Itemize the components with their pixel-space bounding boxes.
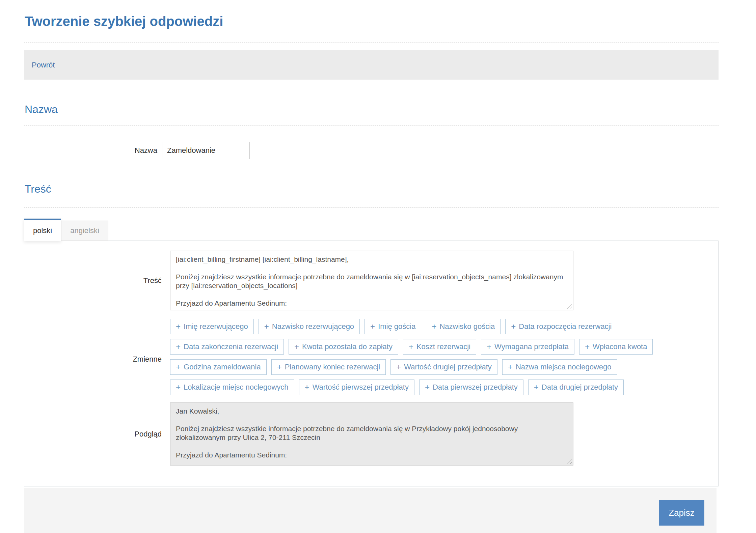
- variable-button[interactable]: +Koszt rezerwacji: [403, 339, 476, 355]
- variable-button-row: +Godzina zameldowania+Planowany koniec r…: [170, 359, 657, 380]
- plus-icon: +: [425, 383, 430, 391]
- content-section-separator: [24, 207, 719, 208]
- variable-button-label: Kwota pozostała do zapłaty: [302, 342, 393, 351]
- variable-button-label: Wartość pierwszej przedpłaty: [313, 383, 409, 392]
- name-section-separator: [24, 125, 719, 126]
- plus-icon: +: [176, 363, 181, 371]
- variable-button-label: Wymagana przedpłata: [494, 342, 569, 351]
- plus-icon: +: [176, 383, 181, 391]
- preview-form-row: Podgląd Jan Kowalski, Poniżej znajdziesz…: [24, 402, 718, 466]
- plus-icon: +: [511, 322, 516, 331]
- variable-button-label: Data pierwszej przedpłaty: [433, 383, 518, 392]
- variable-button[interactable]: +Wartość drugiej przedpłaty: [390, 359, 497, 375]
- content-field-label: Treść: [24, 276, 170, 285]
- footer-action-bar: Zapisz: [24, 488, 717, 533]
- variable-button[interactable]: +Wymagana przedpłata: [481, 339, 574, 355]
- plus-icon: +: [264, 322, 269, 331]
- variables-label: Zmienne: [24, 355, 170, 364]
- variable-button[interactable]: +Data pierwszej przedpłaty: [419, 380, 523, 395]
- variable-button[interactable]: +Lokalizacje miejsc noclegowych: [170, 380, 294, 395]
- plus-icon: +: [305, 383, 309, 391]
- variable-button-label: Imię gościa: [378, 322, 415, 331]
- back-link[interactable]: Powrót: [32, 61, 55, 69]
- variable-button-label: Wpłacona kwota: [593, 342, 647, 351]
- variable-buttons: +Imię rezerwującego+Nazwisko rezerwujące…: [170, 319, 657, 400]
- variable-button-label: Nazwisko rezerwującego: [272, 322, 354, 331]
- variable-button[interactable]: +Data zakończenia rezerwacji: [170, 339, 284, 355]
- variable-button-label: Koszt rezerwacji: [416, 342, 470, 351]
- plus-icon: +: [534, 383, 539, 391]
- variable-button[interactable]: +Planowany koniec rezerwacji: [271, 359, 386, 375]
- variable-button-label: Imię rezerwującego: [184, 322, 248, 331]
- variable-button[interactable]: +Data drugiej przedpłaty: [528, 380, 624, 395]
- plus-icon: +: [585, 343, 590, 351]
- variable-button[interactable]: +Wartość pierwszej przedpłaty: [299, 380, 414, 395]
- variable-button[interactable]: +Kwota pozostała do zapłaty: [289, 339, 398, 355]
- content-textarea-wrap: [iai:client_billing_firstname] [iai:clie…: [170, 251, 573, 310]
- variable-button[interactable]: +Imię gościa: [364, 319, 421, 334]
- plus-icon: +: [487, 343, 491, 351]
- variable-button-label: Godzina zameldowania: [184, 363, 261, 371]
- plus-icon: +: [277, 363, 282, 371]
- name-form-row: Nazwa: [24, 142, 719, 159]
- tab-polski[interactable]: polski: [24, 219, 61, 241]
- variable-button-label: Data drugiej przedpłaty: [542, 383, 618, 392]
- plus-icon: +: [396, 363, 401, 371]
- preview-textarea-wrap: Jan Kowalski, Poniżej znajdziesz wszystk…: [170, 402, 573, 466]
- tab-angielski[interactable]: angielski: [61, 221, 108, 241]
- variable-button-row: +Data zakończenia rezerwacji+Kwota pozos…: [170, 339, 657, 359]
- save-button[interactable]: Zapisz: [659, 500, 704, 526]
- variable-button-label: Data zakończenia rezerwacji: [184, 342, 278, 351]
- plus-icon: +: [409, 343, 413, 351]
- plus-icon: +: [176, 343, 181, 351]
- title-separator: [24, 43, 719, 43]
- name-input[interactable]: [162, 142, 250, 159]
- back-toolbar: Powrót: [24, 50, 719, 80]
- plus-icon: +: [370, 322, 375, 331]
- variable-button-label: Nazwisko gościa: [439, 322, 495, 331]
- variables-form-row: Zmienne +Imię rezerwującego+Nazwisko rez…: [24, 319, 718, 400]
- variable-button-label: Lokalizacje miejsc noclegowych: [184, 383, 289, 392]
- plus-icon: +: [294, 343, 299, 351]
- language-tabs: polskiangielski: [24, 219, 719, 241]
- preview-label: Podgląd: [24, 430, 170, 439]
- variable-button[interactable]: +Wpłacona kwota: [579, 339, 653, 355]
- content-section-header: Treść: [25, 182, 719, 196]
- variable-button-label: Data rozpoczęcia rezerwacji: [519, 322, 612, 331]
- plus-icon: +: [432, 322, 436, 331]
- content-tab-panel: Treść [iai:client_billing_firstname] [ia…: [24, 241, 719, 486]
- name-field-label: Nazwa: [24, 146, 162, 155]
- variable-button[interactable]: +Nazwa miejsca noclegowego: [502, 359, 617, 375]
- page-title: Tworzenie szybkiej odpowiedzi: [25, 13, 719, 30]
- variable-button-label: Planowany koniec rezerwacji: [285, 363, 380, 371]
- preview-textarea: Jan Kowalski, Poniżej znajdziesz wszystk…: [170, 402, 573, 466]
- variable-button[interactable]: +Nazwisko gościa: [426, 319, 501, 334]
- variable-button[interactable]: +Nazwisko rezerwującego: [259, 319, 360, 334]
- plus-icon: +: [176, 322, 181, 331]
- content-form-row: Treść [iai:client_billing_firstname] [ia…: [24, 251, 718, 310]
- variable-button-row: +Lokalizacje miejsc noclegowych+Wartość …: [170, 380, 657, 400]
- name-section-header: Nazwa: [25, 103, 719, 116]
- variable-button[interactable]: +Imię rezerwującego: [170, 319, 254, 334]
- content-textarea[interactable]: [iai:client_billing_firstname] [iai:clie…: [170, 251, 573, 310]
- variable-button[interactable]: +Data rozpoczęcia rezerwacji: [505, 319, 617, 334]
- page-container: Tworzenie szybkiej odpowiedzi Powrót Naz…: [24, 13, 719, 533]
- plus-icon: +: [508, 363, 513, 371]
- variable-button-row: +Imię rezerwującego+Nazwisko rezerwujące…: [170, 319, 657, 339]
- variable-button[interactable]: +Godzina zameldowania: [170, 359, 267, 375]
- variable-button-label: Wartość drugiej przedpłaty: [404, 363, 492, 371]
- variable-button-label: Nazwa miejsca noclegowego: [516, 363, 612, 371]
